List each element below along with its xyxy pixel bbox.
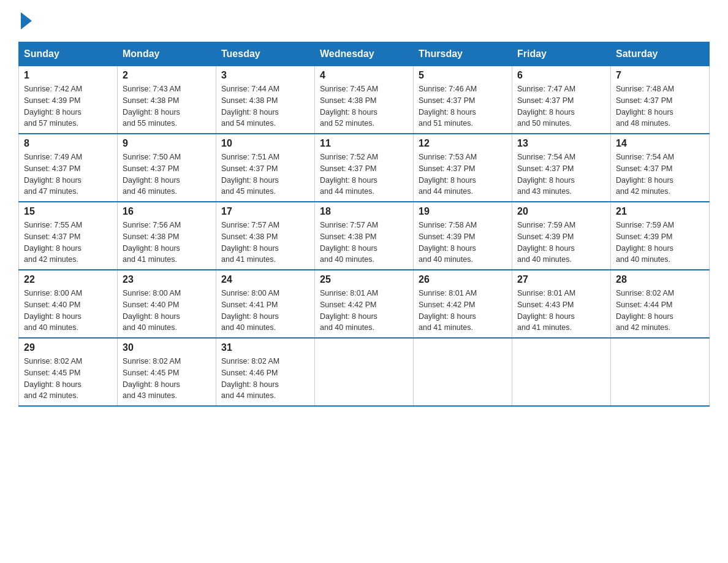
day-info: Sunrise: 8:01 AM Sunset: 4:42 PM Dayligh… (320, 288, 408, 334)
page-header (18, 12, 710, 36)
day-info: Sunrise: 7:52 AM Sunset: 4:37 PM Dayligh… (320, 151, 408, 197)
calendar-cell: 8 Sunrise: 7:49 AM Sunset: 4:37 PM Dayli… (19, 134, 118, 202)
day-number: 8 (24, 138, 112, 149)
logo-arrow-icon (21, 12, 32, 29)
day-info: Sunrise: 8:02 AM Sunset: 4:45 PM Dayligh… (123, 356, 211, 402)
day-info: Sunrise: 7:46 AM Sunset: 4:37 PM Dayligh… (419, 83, 507, 129)
day-number: 5 (419, 70, 507, 81)
day-info: Sunrise: 7:49 AM Sunset: 4:37 PM Dayligh… (24, 151, 112, 197)
day-info: Sunrise: 7:44 AM Sunset: 4:38 PM Dayligh… (221, 83, 309, 129)
calendar-cell (611, 338, 710, 406)
day-info: Sunrise: 8:00 AM Sunset: 4:41 PM Dayligh… (221, 288, 309, 334)
day-info: Sunrise: 7:57 AM Sunset: 4:38 PM Dayligh… (221, 220, 309, 266)
day-info: Sunrise: 7:57 AM Sunset: 4:38 PM Dayligh… (320, 220, 408, 266)
calendar-cell: 10 Sunrise: 7:51 AM Sunset: 4:37 PM Dayl… (216, 134, 315, 202)
calendar-week-row: 22 Sunrise: 8:00 AM Sunset: 4:40 PM Dayl… (19, 270, 710, 338)
calendar-cell (315, 338, 414, 406)
calendar-week-row: 29 Sunrise: 8:02 AM Sunset: 4:45 PM Dayl… (19, 338, 710, 406)
day-number: 12 (419, 138, 507, 149)
day-info: Sunrise: 7:47 AM Sunset: 4:37 PM Dayligh… (517, 83, 605, 129)
calendar-body: 1 Sunrise: 7:42 AM Sunset: 4:39 PM Dayli… (19, 66, 710, 407)
calendar-cell: 11 Sunrise: 7:52 AM Sunset: 4:37 PM Dayl… (315, 134, 414, 202)
day-number: 4 (320, 70, 408, 81)
day-number: 19 (419, 206, 507, 217)
day-number: 27 (517, 274, 605, 285)
day-info: Sunrise: 7:42 AM Sunset: 4:39 PM Dayligh… (24, 83, 112, 129)
calendar-header-row: SundayMondayTuesdayWednesdayThursdayFrid… (19, 42, 710, 66)
day-info: Sunrise: 7:43 AM Sunset: 4:38 PM Dayligh… (123, 83, 211, 129)
calendar-cell: 23 Sunrise: 8:00 AM Sunset: 4:40 PM Dayl… (118, 270, 216, 338)
day-info: Sunrise: 8:02 AM Sunset: 4:44 PM Dayligh… (616, 288, 704, 334)
calendar-cell: 27 Sunrise: 8:01 AM Sunset: 4:43 PM Dayl… (512, 270, 611, 338)
day-number: 23 (123, 274, 211, 285)
calendar-table: SundayMondayTuesdayWednesdayThursdayFrid… (18, 42, 710, 407)
day-number: 22 (24, 274, 112, 285)
day-number: 9 (123, 138, 211, 149)
calendar-day-header: Tuesday (216, 42, 315, 66)
calendar-cell: 3 Sunrise: 7:44 AM Sunset: 4:38 PM Dayli… (216, 66, 315, 134)
day-info: Sunrise: 8:00 AM Sunset: 4:40 PM Dayligh… (123, 288, 211, 334)
day-info: Sunrise: 7:59 AM Sunset: 4:39 PM Dayligh… (517, 220, 605, 266)
day-info: Sunrise: 7:58 AM Sunset: 4:39 PM Dayligh… (419, 220, 507, 266)
calendar-cell: 12 Sunrise: 7:53 AM Sunset: 4:37 PM Dayl… (414, 134, 512, 202)
calendar-cell: 20 Sunrise: 7:59 AM Sunset: 4:39 PM Dayl… (512, 202, 611, 270)
day-number: 1 (24, 70, 112, 81)
day-info: Sunrise: 8:00 AM Sunset: 4:40 PM Dayligh… (24, 288, 112, 334)
day-number: 11 (320, 138, 408, 149)
day-number: 10 (221, 138, 309, 149)
calendar-cell: 14 Sunrise: 7:54 AM Sunset: 4:37 PM Dayl… (611, 134, 710, 202)
calendar-week-row: 15 Sunrise: 7:55 AM Sunset: 4:37 PM Dayl… (19, 202, 710, 270)
day-number: 26 (419, 274, 507, 285)
calendar-cell: 18 Sunrise: 7:57 AM Sunset: 4:38 PM Dayl… (315, 202, 414, 270)
day-number: 17 (221, 206, 309, 217)
calendar-cell: 13 Sunrise: 7:54 AM Sunset: 4:37 PM Dayl… (512, 134, 611, 202)
day-info: Sunrise: 7:51 AM Sunset: 4:37 PM Dayligh… (221, 151, 309, 197)
calendar-cell: 21 Sunrise: 7:59 AM Sunset: 4:39 PM Dayl… (611, 202, 710, 270)
calendar-cell: 26 Sunrise: 8:01 AM Sunset: 4:42 PM Dayl… (414, 270, 512, 338)
calendar-cell: 16 Sunrise: 7:56 AM Sunset: 4:38 PM Dayl… (118, 202, 216, 270)
day-info: Sunrise: 7:55 AM Sunset: 4:37 PM Dayligh… (24, 220, 112, 266)
day-number: 3 (221, 70, 309, 81)
calendar-cell: 17 Sunrise: 7:57 AM Sunset: 4:38 PM Dayl… (216, 202, 315, 270)
calendar-cell: 1 Sunrise: 7:42 AM Sunset: 4:39 PM Dayli… (19, 66, 118, 134)
day-number: 24 (221, 274, 309, 285)
day-number: 6 (517, 70, 605, 81)
calendar-week-row: 8 Sunrise: 7:49 AM Sunset: 4:37 PM Dayli… (19, 134, 710, 202)
calendar-cell: 28 Sunrise: 8:02 AM Sunset: 4:44 PM Dayl… (611, 270, 710, 338)
calendar-week-row: 1 Sunrise: 7:42 AM Sunset: 4:39 PM Dayli… (19, 66, 710, 134)
day-number: 28 (616, 274, 704, 285)
calendar-cell: 24 Sunrise: 8:00 AM Sunset: 4:41 PM Dayl… (216, 270, 315, 338)
day-number: 30 (123, 342, 211, 353)
calendar-cell: 19 Sunrise: 7:58 AM Sunset: 4:39 PM Dayl… (414, 202, 512, 270)
calendar-cell: 5 Sunrise: 7:46 AM Sunset: 4:37 PM Dayli… (414, 66, 512, 134)
calendar-day-header: Monday (118, 42, 216, 66)
day-number: 16 (123, 206, 211, 217)
day-info: Sunrise: 7:53 AM Sunset: 4:37 PM Dayligh… (419, 151, 507, 197)
calendar-day-header: Saturday (611, 42, 710, 66)
day-number: 7 (616, 70, 704, 81)
day-info: Sunrise: 8:01 AM Sunset: 4:42 PM Dayligh… (419, 288, 507, 334)
calendar-day-header: Wednesday (315, 42, 414, 66)
calendar-cell: 30 Sunrise: 8:02 AM Sunset: 4:45 PM Dayl… (118, 338, 216, 406)
calendar-cell: 15 Sunrise: 7:55 AM Sunset: 4:37 PM Dayl… (19, 202, 118, 270)
calendar-cell: 4 Sunrise: 7:45 AM Sunset: 4:38 PM Dayli… (315, 66, 414, 134)
day-number: 2 (123, 70, 211, 81)
calendar-day-header: Thursday (414, 42, 512, 66)
calendar-cell: 25 Sunrise: 8:01 AM Sunset: 4:42 PM Dayl… (315, 270, 414, 338)
day-info: Sunrise: 7:48 AM Sunset: 4:37 PM Dayligh… (616, 83, 704, 129)
calendar-cell (512, 338, 611, 406)
day-number: 21 (616, 206, 704, 217)
day-number: 13 (517, 138, 605, 149)
day-info: Sunrise: 7:54 AM Sunset: 4:37 PM Dayligh… (616, 151, 704, 197)
day-number: 15 (24, 206, 112, 217)
day-info: Sunrise: 7:45 AM Sunset: 4:38 PM Dayligh… (320, 83, 408, 129)
day-info: Sunrise: 7:50 AM Sunset: 4:37 PM Dayligh… (123, 151, 211, 197)
calendar-cell: 6 Sunrise: 7:47 AM Sunset: 4:37 PM Dayli… (512, 66, 611, 134)
day-number: 20 (517, 206, 605, 217)
calendar-day-header: Friday (512, 42, 611, 66)
day-info: Sunrise: 8:02 AM Sunset: 4:45 PM Dayligh… (24, 356, 112, 402)
day-info: Sunrise: 7:56 AM Sunset: 4:38 PM Dayligh… (123, 220, 211, 266)
calendar-cell: 29 Sunrise: 8:02 AM Sunset: 4:45 PM Dayl… (19, 338, 118, 406)
day-number: 18 (320, 206, 408, 217)
calendar-cell (414, 338, 512, 406)
